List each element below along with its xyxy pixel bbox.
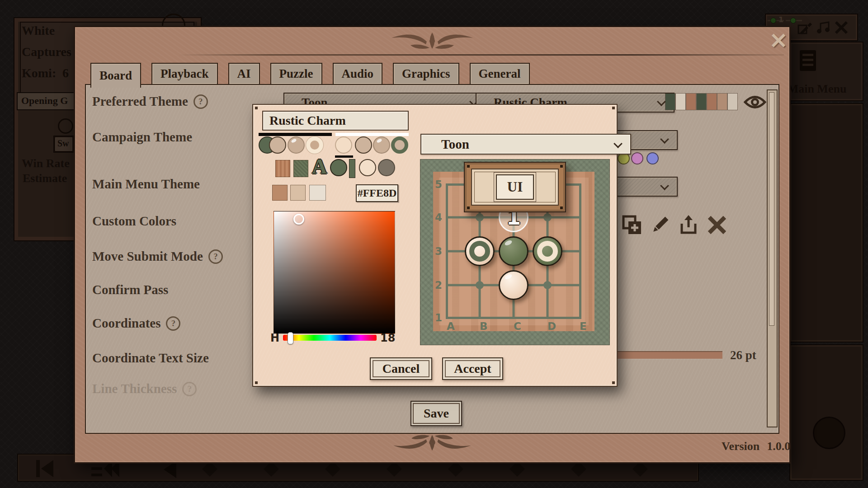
palette-circle-tan-soft-2[interactable]	[373, 136, 390, 154]
strip-swatch	[676, 94, 685, 110]
hue-slider-handle[interactable]	[288, 332, 293, 344]
tab-ai[interactable]: AI	[228, 63, 260, 85]
accept-button[interactable]: Accept	[442, 357, 503, 380]
chevron-down-icon	[660, 181, 669, 190]
sign-screw	[560, 165, 563, 168]
picker-skin-dropdown[interactable]: Toon	[420, 134, 631, 155]
line-thickness-help-icon[interactable]: ?	[182, 382, 197, 396]
strip-swatch	[686, 94, 696, 110]
palette-circle-tan-outline[interactable]	[269, 136, 286, 154]
confirm-pass-label: Confirm Pass	[92, 282, 168, 297]
palette-group-bar-light[interactable]	[335, 133, 409, 136]
gray-stone-swatch[interactable]	[378, 159, 395, 176]
preview-eye-icon[interactable]	[744, 95, 766, 109]
wood-swatch[interactable]	[275, 160, 290, 177]
col-coordinate: D	[547, 320, 556, 332]
row-coordinate: 1	[435, 312, 442, 324]
campaign-theme-label: Campaign Theme	[92, 130, 192, 145]
move-submit-mode-label: Move Submit Mode?	[92, 249, 223, 264]
small-swatch-3[interactable]	[309, 185, 326, 201]
theme-color-strip	[665, 94, 737, 110]
chevron-down-icon	[613, 139, 623, 148]
tab-playback[interactable]: Playback	[151, 63, 218, 85]
coordinates-help-icon[interactable]: ?	[166, 316, 180, 331]
ui-sign-plate: UI	[496, 174, 534, 200]
green-stone-cream-ring	[533, 236, 562, 266]
cancel-button[interactable]: Cancel	[370, 357, 432, 380]
row-coordinate: 3	[435, 245, 442, 257]
export-palette-icon[interactable]	[678, 215, 699, 235]
screen: White Captures Komi: 6 Opening G Sw Win …	[0, 0, 868, 488]
strip-swatch	[665, 94, 675, 110]
hue-slider-track[interactable]	[283, 335, 377, 341]
small-swatch-2[interactable]	[290, 185, 306, 201]
col-coordinate: B	[480, 320, 488, 332]
hex-value: #FFE8D	[358, 187, 397, 199]
coordinate-size-value: 26 pt	[730, 348, 756, 362]
chevron-down-icon	[657, 97, 666, 106]
tab-graphics[interactable]: Graphics	[393, 63, 459, 85]
color-picker-dialog: A #FFE8D H 18 Toon	[252, 104, 618, 387]
delete-palette-icon[interactable]	[707, 215, 727, 235]
hex-value-box[interactable]: #FFE8D	[356, 184, 398, 202]
save-button[interactable]: Save	[410, 401, 462, 426]
palette-circle-tan-outline-2[interactable]	[355, 136, 372, 154]
col-coordinate: E	[580, 320, 587, 332]
scrollbar-thumb[interactable]	[769, 92, 774, 326]
saturation-value-gradient[interactable]	[274, 211, 395, 334]
small-swatch-1[interactable]	[272, 185, 288, 201]
coordinates-label: Coordinates?	[92, 316, 180, 331]
version-label: Version	[722, 440, 760, 453]
palette-circle-green-ring[interactable]	[391, 136, 408, 154]
version-value: 1.0.0	[767, 440, 790, 453]
scrollbar-track[interactable]	[767, 89, 778, 427]
col-coordinate: C	[514, 320, 521, 332]
ui-sign-mat: UI	[471, 169, 559, 206]
corner-decor	[255, 381, 258, 384]
board-frame-swatch[interactable]	[293, 160, 308, 177]
hue-label: H	[270, 332, 279, 344]
strip-swatch	[717, 94, 727, 110]
white-stone	[499, 270, 528, 300]
palette-circle-tan-soft[interactable]	[288, 136, 305, 154]
green-stone-swatch[interactable]	[330, 159, 347, 176]
palette-circle-cream-solid-selected[interactable]	[335, 136, 352, 154]
top-flourish-decoration	[382, 31, 482, 51]
palette-group-bar-dark[interactable]	[259, 133, 332, 136]
tab-general[interactable]: General	[470, 63, 530, 85]
hue-value: 18	[380, 332, 395, 344]
tab-board[interactable]: Board	[90, 63, 141, 88]
campaign-color-dot[interactable]	[631, 152, 643, 164]
edit-pencil-icon[interactable]	[650, 215, 670, 235]
cream-stone-swatch[interactable]	[359, 159, 376, 176]
sign-screw	[560, 206, 563, 209]
palette-circle-cream-ring[interactable]	[306, 136, 323, 154]
corner-decor	[612, 107, 615, 109]
campaign-color-dot[interactable]	[646, 152, 659, 164]
ui-sign: UI	[464, 162, 566, 212]
bottom-flourish-decoration	[385, 433, 480, 453]
preferred-theme-label: Preferred Theme?	[92, 94, 208, 109]
green-bar-swatch[interactable]	[349, 159, 355, 178]
selected-circle-underline	[335, 155, 353, 158]
letter-swatch[interactable]: A	[312, 155, 327, 178]
close-button[interactable]: ✕	[766, 28, 791, 53]
tab-audio[interactable]: Audio	[333, 63, 383, 85]
line-thickness-label: Line Thickness?	[92, 381, 197, 396]
sign-screw	[467, 165, 470, 168]
tab-puzzle[interactable]: Puzzle	[270, 63, 322, 85]
chevron-down-icon	[660, 135, 669, 144]
header-divider	[178, 54, 784, 56]
strip-swatch	[707, 94, 717, 110]
sv-picker-handle[interactable]	[293, 214, 304, 225]
duplicate-palette-icon[interactable]	[622, 215, 642, 235]
row-coordinate: 2	[435, 279, 442, 291]
theme-name-input[interactable]	[262, 111, 409, 131]
col-coordinate: A	[447, 320, 455, 332]
row-coordinate: 5	[435, 178, 442, 190]
preferred-theme-help-icon[interactable]: ?	[193, 94, 208, 109]
coordinate-text-size-label: Coordinate Text Size	[92, 351, 209, 366]
move-submit-help-icon[interactable]: ?	[208, 249, 223, 264]
corner-decor	[612, 381, 615, 384]
green-stone	[499, 236, 528, 266]
